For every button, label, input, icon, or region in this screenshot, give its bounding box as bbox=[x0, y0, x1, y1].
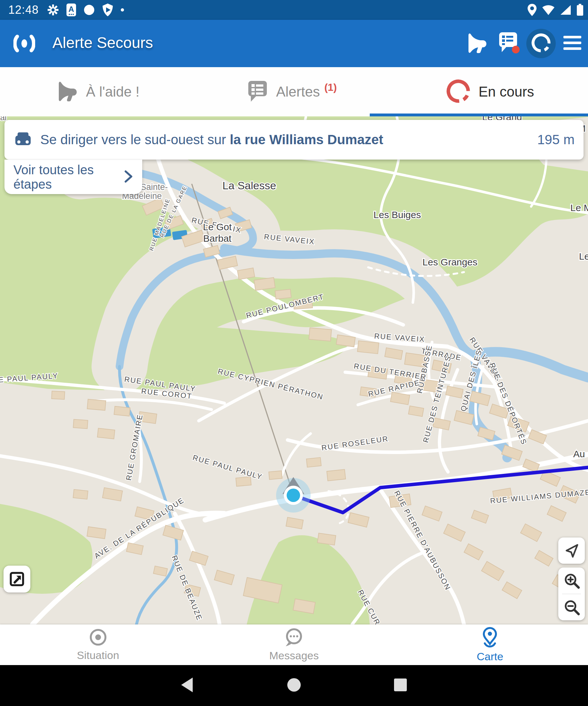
street-label: RUE PAUL PAULY bbox=[192, 454, 263, 481]
building bbox=[306, 458, 321, 467]
instruction-text: Se diriger vers le sud-ouest sur la rue … bbox=[40, 132, 537, 147]
building bbox=[464, 544, 483, 560]
zoom-out-magnifier-icon bbox=[563, 598, 580, 616]
building bbox=[444, 524, 465, 541]
building bbox=[523, 459, 539, 472]
location-marker bbox=[276, 477, 310, 513]
bottom-nav-messages[interactable]: Messages bbox=[196, 624, 392, 665]
building bbox=[87, 399, 106, 410]
zoom-in-magnifier-icon bbox=[563, 572, 580, 589]
locate-me-button[interactable] bbox=[558, 538, 585, 564]
alert-count-badge: (1) bbox=[324, 82, 337, 93]
place-label: Barbat bbox=[203, 233, 232, 244]
tab-en-cours[interactable]: En cours bbox=[392, 67, 588, 116]
bottom-nav-carte[interactable]: Carte bbox=[392, 624, 588, 665]
building bbox=[102, 487, 123, 501]
tab-label: En cours bbox=[479, 84, 534, 100]
tab-bar: À l'aide ! Alertes (1) En cours bbox=[0, 67, 588, 116]
wifi-icon bbox=[542, 4, 555, 15]
chat-notification-icon[interactable] bbox=[497, 31, 520, 56]
all-steps-button[interactable]: Voir toutes les étapes bbox=[4, 160, 142, 194]
building bbox=[309, 328, 332, 341]
street-label: RUE PIERRE D'AUBUSSON bbox=[393, 489, 453, 592]
distance-to-step: 195 m bbox=[537, 132, 575, 147]
svg-text:A: A bbox=[69, 5, 74, 13]
building bbox=[97, 428, 115, 439]
building bbox=[327, 469, 346, 481]
speech-bubble-icon bbox=[284, 628, 304, 647]
tab-alertes[interactable]: Alertes (1) bbox=[196, 67, 392, 116]
bottom-nav-situation[interactable]: Situation bbox=[0, 624, 196, 665]
building bbox=[51, 391, 65, 399]
zoom-out-button[interactable] bbox=[558, 594, 585, 620]
megaphone-icon[interactable] bbox=[466, 32, 487, 55]
target-icon bbox=[89, 628, 108, 646]
circle-icon bbox=[83, 4, 95, 16]
place-label: Les bbox=[579, 251, 588, 262]
building bbox=[408, 406, 424, 416]
back-icon[interactable] bbox=[180, 677, 194, 694]
place-label: Les Granges bbox=[422, 257, 477, 267]
menu-icon[interactable] bbox=[563, 36, 581, 51]
open-fullscreen-button[interactable] bbox=[3, 565, 30, 592]
shield-play-icon bbox=[102, 3, 114, 16]
android-navigation-bar bbox=[0, 665, 588, 706]
car-icon bbox=[14, 132, 32, 148]
location-pin-icon bbox=[527, 3, 537, 16]
zoom-controls bbox=[558, 567, 585, 620]
tab-a-laide[interactable]: À l'aide ! bbox=[0, 67, 196, 116]
home-icon[interactable] bbox=[287, 677, 301, 694]
building bbox=[547, 506, 566, 521]
bottom-nav-label: Situation bbox=[77, 649, 119, 662]
building bbox=[535, 550, 553, 566]
building bbox=[73, 419, 88, 428]
place-label: Au bbox=[573, 448, 585, 459]
progress-ring-icon bbox=[446, 79, 470, 105]
gear-icon bbox=[47, 4, 59, 16]
building bbox=[502, 582, 522, 599]
place-label: Le Marc bbox=[571, 202, 588, 213]
sync-spinner-icon[interactable] bbox=[531, 33, 551, 54]
alerte-secours-logo-icon bbox=[13, 33, 35, 55]
map-pin-icon bbox=[480, 627, 500, 648]
app-title: Alerte Secours bbox=[52, 34, 153, 51]
signal-icon bbox=[560, 4, 572, 15]
recents-icon[interactable] bbox=[393, 678, 408, 693]
tab-label: Alertes bbox=[276, 84, 320, 100]
clock: 12:48 bbox=[8, 3, 39, 16]
building bbox=[269, 471, 282, 479]
app-screen: 12:48 A bbox=[0, 0, 588, 706]
building bbox=[236, 477, 251, 486]
instruction-road: la rue Williams Dumazet bbox=[230, 132, 383, 147]
navigation-instruction-card: Se diriger vers le sud-ouest sur la rue … bbox=[4, 120, 584, 160]
zoom-in-button[interactable] bbox=[558, 567, 585, 594]
status-icons-left: A bbox=[47, 3, 124, 16]
building bbox=[275, 289, 291, 299]
megaphone-icon bbox=[56, 81, 78, 103]
a-app-icon: A bbox=[66, 3, 76, 16]
building bbox=[385, 348, 403, 360]
battery-icon bbox=[577, 4, 584, 16]
place-label: Le Got bbox=[203, 222, 232, 232]
bottom-nav-label: Messages bbox=[269, 650, 319, 662]
bottom-nav-label: Carte bbox=[477, 651, 503, 663]
building bbox=[471, 510, 489, 523]
app-bar: Alerte Secours bbox=[0, 20, 588, 67]
active-tab-indicator bbox=[370, 114, 588, 116]
navigation-arrow-icon bbox=[563, 542, 580, 559]
all-steps-label: Voir toutes les étapes bbox=[13, 163, 123, 192]
building bbox=[214, 570, 235, 585]
building bbox=[286, 517, 303, 529]
dot-icon bbox=[121, 8, 124, 12]
building bbox=[520, 524, 542, 541]
place-label: Les Buiges bbox=[374, 209, 421, 220]
status-bar: 12:48 A bbox=[0, 0, 588, 20]
bottom-navigation: Situation Messages Carte bbox=[0, 624, 588, 665]
building bbox=[348, 513, 369, 527]
building bbox=[190, 551, 208, 565]
tab-label: À l'aide ! bbox=[86, 84, 139, 100]
status-icons-right bbox=[527, 0, 584, 20]
building bbox=[87, 526, 106, 539]
building bbox=[336, 335, 355, 347]
building bbox=[481, 561, 504, 581]
